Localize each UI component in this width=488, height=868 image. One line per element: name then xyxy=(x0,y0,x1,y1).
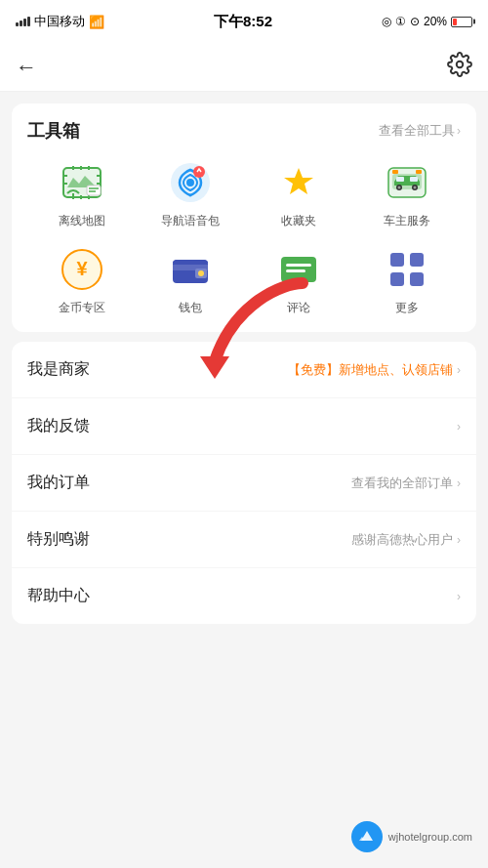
watermark-text: wjhotelgroup.com xyxy=(388,831,472,843)
comment-icon xyxy=(274,245,323,294)
svg-rect-25 xyxy=(286,264,311,267)
favorites-label: 收藏夹 xyxy=(281,213,316,229)
feedback-item[interactable]: 我的反馈 › xyxy=(12,398,476,455)
wallet-icon xyxy=(166,245,215,294)
toolbox-title: 工具箱 xyxy=(27,119,80,143)
nav-audio-label: 导航语音包 xyxy=(161,213,220,229)
favorites-icon xyxy=(274,158,323,207)
merchant-chevron: › xyxy=(457,363,461,377)
watermark-logo xyxy=(351,821,383,852)
help-right: › xyxy=(457,590,461,603)
svg-point-13 xyxy=(397,186,400,189)
svg-point-23 xyxy=(198,270,204,276)
help-item[interactable]: 帮助中心 › xyxy=(12,568,476,624)
tool-car-service[interactable]: 车主服务 xyxy=(352,158,461,229)
tool-wallet[interactable]: 钱包 xyxy=(136,245,244,316)
svg-point-5 xyxy=(186,179,194,186)
orders-right: 查看我的全部订单 › xyxy=(351,475,461,492)
carrier-name: 中国移动 xyxy=(34,13,85,30)
bluetooth-icon: ① xyxy=(395,15,406,28)
location-icon: ◎ xyxy=(382,15,391,28)
svg-point-0 xyxy=(457,61,464,67)
orders-chevron: › xyxy=(457,476,461,490)
offline-map-label: 离线地图 xyxy=(59,213,105,229)
merchant-desc: 【免费】新增地点、认领店铺 xyxy=(288,361,453,379)
battery-icon xyxy=(451,17,472,27)
alarm-icon: ⊙ xyxy=(410,15,420,28)
help-chevron: › xyxy=(457,590,461,603)
status-right: ◎ ① ⊙ 20% xyxy=(382,15,472,28)
tool-comment[interactable]: 评论 xyxy=(244,245,352,316)
nav-audio-icon xyxy=(166,158,215,207)
thanks-title: 特别鸣谢 xyxy=(27,529,90,550)
view-all-tools-label: 查看全部工具 xyxy=(379,122,455,140)
feedback-right: › xyxy=(457,420,461,434)
offline-map-icon xyxy=(58,158,106,207)
battery-text: 20% xyxy=(424,15,447,28)
thanks-chevron: › xyxy=(457,533,461,547)
merchant-title: 我是商家 xyxy=(27,359,90,380)
svg-rect-10 xyxy=(396,177,404,182)
svg-text:¥: ¥ xyxy=(76,258,88,279)
tool-nav-audio[interactable]: 导航语音包 xyxy=(136,158,244,229)
tool-more[interactable]: 更多 xyxy=(352,245,461,316)
menu-list: 我是商家 【免费】新增地点、认领店铺 › 我的反馈 › 我的订单 查看我的全部订… xyxy=(12,342,476,624)
thanks-desc: 感谢高德热心用户 xyxy=(351,531,453,549)
page-content: 工具箱 查看全部工具 › xyxy=(0,103,488,663)
wallet-label: 钱包 xyxy=(179,300,202,316)
svg-rect-3 xyxy=(87,186,101,195)
status-bar: 中国移动 📶 下午8:52 ◎ ① ⊙ 20% xyxy=(0,0,488,43)
toolbox-card: 工具箱 查看全部工具 › xyxy=(12,103,476,332)
orders-desc: 查看我的全部订单 xyxy=(351,475,453,492)
car-service-label: 车主服务 xyxy=(384,213,430,229)
merchant-right: 【免费】新增地点、认领店铺 › xyxy=(288,361,461,379)
tool-offline-map[interactable]: 离线地图 xyxy=(27,158,136,229)
feedback-chevron: › xyxy=(457,420,461,434)
toolbox-header: 工具箱 查看全部工具 › xyxy=(27,119,461,143)
gold-zone-label: 金币专区 xyxy=(59,300,105,316)
svg-rect-17 xyxy=(416,170,422,174)
help-title: 帮助中心 xyxy=(27,586,90,606)
svg-rect-16 xyxy=(392,170,398,174)
tool-favorites[interactable]: 收藏夹 xyxy=(244,158,352,229)
nav-bar: ← xyxy=(0,43,488,92)
svg-rect-27 xyxy=(390,253,404,267)
thanks-item[interactable]: 特别鸣谢 感谢高德热心用户 › xyxy=(12,512,476,568)
svg-rect-29 xyxy=(390,272,404,286)
settings-button[interactable] xyxy=(447,52,472,83)
watermark: wjhotelgroup.com xyxy=(351,821,472,852)
orders-title: 我的订单 xyxy=(27,473,90,493)
more-label: 更多 xyxy=(395,300,419,316)
merchant-item[interactable]: 我是商家 【免费】新增地点、认领店铺 › xyxy=(12,342,476,398)
orders-item[interactable]: 我的订单 查看我的全部订单 › xyxy=(12,455,476,512)
thanks-right: 感谢高德热心用户 › xyxy=(351,531,461,549)
chevron-right-icon: › xyxy=(457,124,461,138)
comment-label: 评论 xyxy=(287,300,310,316)
view-all-tools-button[interactable]: 查看全部工具 › xyxy=(379,122,461,140)
back-button[interactable]: ← xyxy=(8,47,45,88)
gold-zone-icon: ¥ xyxy=(58,245,106,294)
more-icon xyxy=(383,245,431,294)
svg-rect-28 xyxy=(410,253,424,267)
signal-icon xyxy=(16,17,30,26)
feedback-title: 我的反馈 xyxy=(27,416,90,436)
tool-grid: 离线地图 导航语音包 xyxy=(27,158,461,316)
wifi-icon: 📶 xyxy=(89,15,104,29)
status-left: 中国移动 📶 xyxy=(16,13,104,30)
status-time: 下午8:52 xyxy=(214,13,272,31)
svg-rect-30 xyxy=(410,272,424,286)
car-service-icon xyxy=(383,158,431,207)
tool-gold-zone[interactable]: ¥ 金币专区 xyxy=(27,245,136,316)
svg-rect-11 xyxy=(410,177,418,182)
svg-marker-7 xyxy=(284,168,313,194)
svg-rect-26 xyxy=(286,269,305,272)
svg-point-15 xyxy=(413,186,416,189)
